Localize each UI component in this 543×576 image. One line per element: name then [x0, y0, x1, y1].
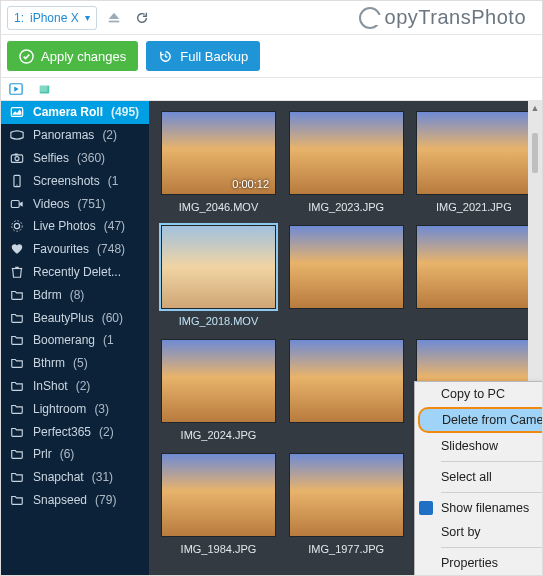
thumbnail[interactable]: [289, 225, 404, 327]
menu-item-label: Properties: [441, 556, 498, 570]
sidebar-item-snapseed[interactable]: Snapseed (79): [1, 489, 149, 512]
folder-icon: [9, 493, 25, 507]
thumbnail-image: [289, 225, 404, 309]
svg-rect-0: [108, 20, 119, 22]
sidebar-item-prlr[interactable]: Prlr (6): [1, 443, 149, 466]
sidebar-item-count: (1: [108, 174, 119, 188]
thumbnail-filename: IMG_2046.MOV: [161, 201, 276, 213]
check-circle-icon: [19, 49, 34, 64]
sidebar-item-count: (60): [102, 311, 123, 325]
main-area: Camera Roll (495)Panoramas (2)Selfies (3…: [1, 101, 542, 575]
title-bar: 1: iPhone X ▾ opyTrans Photo: [1, 1, 542, 35]
sidebar-item-panoramas[interactable]: Panoramas (2): [1, 124, 149, 147]
sidebar-item-bthrm[interactable]: Bthrm (5): [1, 352, 149, 375]
menu-item-label: Slideshow: [441, 439, 498, 453]
app-title-part1: opy: [385, 6, 419, 29]
sidebar-item-perfect365[interactable]: Perfect365 (2): [1, 420, 149, 443]
sidebar-item-count: (31): [92, 470, 113, 484]
sidebar-item-recently-delet[interactable]: Recently Delet...: [1, 261, 149, 284]
thumbnail[interactable]: IMG_1977.JPG: [289, 453, 404, 555]
folder-icon: [9, 356, 25, 370]
svg-point-7: [15, 157, 19, 161]
trash-icon: [9, 265, 25, 279]
thumbnail-filename: IMG_2021.JPG: [416, 201, 531, 213]
sidebar-item-count: (751): [77, 197, 105, 211]
app-title-part2: Trans: [418, 6, 471, 29]
menu-item-copy-to-pc[interactable]: Copy to PCShift+Ctrl+Right: [415, 382, 542, 406]
history-icon: [158, 49, 173, 64]
sidebar-item-count: (2): [99, 425, 114, 439]
action-bar: Apply changes Full Backup: [1, 35, 542, 77]
sidebar-item-count: (5): [73, 356, 88, 370]
thumbnail[interactable]: IMG_1984.JPG: [161, 453, 276, 555]
view-tabs: [1, 77, 542, 101]
sidebar-item-count: (360): [77, 151, 105, 165]
sidebar-item-snapchat[interactable]: Snapchat (31): [1, 466, 149, 489]
thumbnail-image: [289, 339, 404, 423]
thumbnail-image: [289, 111, 404, 195]
sidebar-item-camera-roll[interactable]: Camera Roll (495): [1, 101, 149, 124]
thumbnail[interactable]: IMG_2024.JPG: [161, 339, 276, 441]
sidebar-item-selfies[interactable]: Selfies (360): [1, 147, 149, 170]
menu-item-label: Show filenames: [441, 501, 529, 515]
play-tab-icon[interactable]: [9, 82, 23, 96]
menu-item-show-filenames[interactable]: Show filenamesF4: [415, 496, 542, 520]
menu-item-sort-by[interactable]: Sort by▶: [415, 520, 542, 544]
thumbnail-filename: IMG_1984.JPG: [161, 543, 276, 555]
thumbnail[interactable]: IMG_2021.JPG: [416, 111, 531, 213]
thumbnail-image: [289, 453, 404, 537]
menu-separator: [441, 492, 542, 493]
sidebar-item-favourites[interactable]: Favourites (748): [1, 238, 149, 261]
svg-point-12: [14, 224, 19, 229]
thumbnail-filename: IMG_1977.JPG: [289, 543, 404, 555]
menu-item-slideshow[interactable]: SlideshowCtrl+L: [415, 434, 542, 458]
thumbnail[interactable]: IMG_2018.MOV: [161, 225, 276, 327]
folder-icon: [9, 288, 25, 302]
duration-label: 0:00:12: [232, 178, 269, 190]
sidebar-item-count: (6): [60, 447, 75, 461]
sidebar-item-beautyplus[interactable]: BeautyPlus (60): [1, 306, 149, 329]
sidebar-item-label: Camera Roll: [33, 105, 103, 119]
sidebar-item-label: Panoramas: [33, 128, 94, 142]
app-logo-icon: [359, 7, 381, 29]
refresh-icon[interactable]: [131, 7, 153, 29]
device-selector[interactable]: 1: iPhone X ▾: [7, 6, 97, 30]
apply-changes-button[interactable]: Apply changes: [7, 41, 138, 71]
sidebar-item-live-photos[interactable]: Live Photos (47): [1, 215, 149, 238]
sidebar-item-label: Snapchat: [33, 470, 84, 484]
pictures-tab-icon[interactable]: [37, 82, 51, 96]
sidebar-item-screenshots[interactable]: Screenshots (1: [1, 169, 149, 192]
app-title-part3: Photo: [471, 6, 526, 29]
full-backup-button[interactable]: Full Backup: [146, 41, 260, 71]
menu-item-delete-from-camera-roll[interactable]: Delete from Camera RollDel: [418, 407, 542, 433]
sidebar-item-lightroom[interactable]: Lightroom (3): [1, 397, 149, 420]
menu-separator: [441, 547, 542, 548]
sidebar-item-bdrm[interactable]: Bdrm (8): [1, 283, 149, 306]
scroll-handle[interactable]: [532, 133, 538, 173]
menu-item-label: Select all: [441, 470, 492, 484]
sidebar-item-label: Lightroom: [33, 402, 86, 416]
thumbnail[interactable]: [416, 225, 531, 327]
thumbnail[interactable]: [289, 339, 404, 441]
sidebar-item-label: Snapseed: [33, 493, 87, 507]
sidebar-item-label: Selfies: [33, 151, 69, 165]
thumbnail[interactable]: 0:00:12IMG_2046.MOV: [161, 111, 276, 213]
thumbnail-filename: IMG_2024.JPG: [161, 429, 276, 441]
thumbnail-filename: IMG_2023.JPG: [289, 201, 404, 213]
thumbnail[interactable]: IMG_2023.JPG: [289, 111, 404, 213]
scroll-up-arrow[interactable]: ▲: [528, 101, 542, 115]
sidebar-item-boomerang[interactable]: Boomerang (1: [1, 329, 149, 352]
sidebar-item-label: Perfect365: [33, 425, 91, 439]
folder-icon: [9, 447, 25, 461]
app-title: opyTrans Photo: [359, 6, 536, 29]
menu-item-select-all[interactable]: Select allCtrl+A: [415, 465, 542, 489]
phone-icon: [9, 174, 25, 188]
eject-icon[interactable]: [103, 7, 125, 29]
sidebar-item-videos[interactable]: Videos (751): [1, 192, 149, 215]
sidebar-item-inshot[interactable]: InShot (2): [1, 375, 149, 398]
sidebar-item-count: (3): [94, 402, 109, 416]
menu-item-properties[interactable]: Properties▶: [415, 551, 542, 575]
svg-rect-8: [14, 153, 18, 155]
sidebar-item-label: Favourites: [33, 242, 89, 256]
svg-rect-11: [11, 200, 19, 207]
